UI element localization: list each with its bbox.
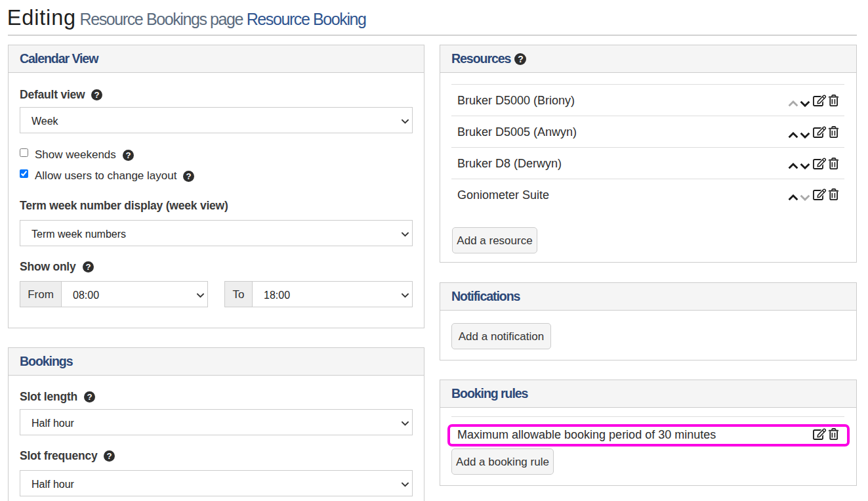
svg-text:?: ?: [107, 451, 112, 461]
svg-text:?: ?: [518, 53, 524, 64]
svg-text:?: ?: [85, 262, 91, 272]
svg-text:?: ?: [186, 171, 192, 181]
svg-text:?: ?: [94, 90, 100, 100]
svg-text:?: ?: [125, 150, 131, 160]
svg-text:?: ?: [87, 392, 93, 402]
